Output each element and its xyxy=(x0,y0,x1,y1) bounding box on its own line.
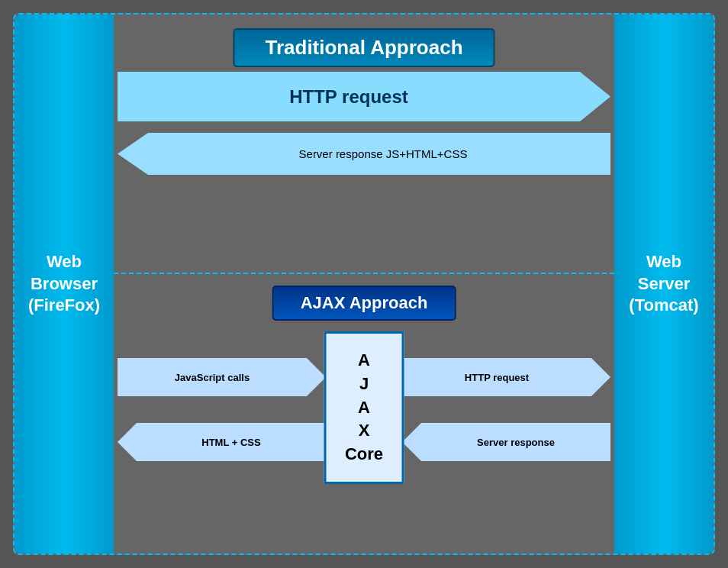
traditional-section: Traditional Approach HTTP request Server… xyxy=(114,15,614,274)
server-response-arrow: Server response JS+HTML+CSS xyxy=(118,133,610,175)
http-request-label: HTTP request xyxy=(289,86,439,108)
js-calls-label: JavaScript calls xyxy=(175,372,269,383)
middle-area: Traditional Approach HTTP request Server… xyxy=(114,15,614,553)
main-diagram: WebBrowser(FireFox) WebServer(Tomcat) Tr… xyxy=(13,13,715,555)
web-server-column: WebServer(Tomcat) xyxy=(614,15,714,553)
server-response-label: Server response JS+HTML+CSS xyxy=(261,147,468,160)
js-calls-arrow: JavaScript calls xyxy=(118,358,326,396)
ajax-label: AJAX Approach xyxy=(272,286,456,321)
http-request-arrow: HTTP request xyxy=(118,72,610,121)
traditional-label: Traditional Approach xyxy=(233,28,494,67)
server-resp-ajax-label: Server response xyxy=(458,437,555,448)
http-req-ajax-arrow: HTTP request xyxy=(402,358,610,396)
ajax-core-box: AJAXCore xyxy=(324,331,404,484)
web-browser-column: WebBrowser(FireFox) xyxy=(14,15,114,553)
ajax-section: AJAX Approach JavaScript calls HTML + CS… xyxy=(114,274,614,553)
http-req-ajax-label: HTTP request xyxy=(465,372,548,383)
server-resp-ajax-arrow: Server response xyxy=(402,423,610,461)
ajax-core-text: AJAXCore xyxy=(345,349,383,466)
html-css-label: HTML + CSS xyxy=(182,437,260,448)
web-server-label: WebServer(Tomcat) xyxy=(629,251,698,317)
html-css-arrow: HTML + CSS xyxy=(118,423,326,461)
web-browser-label: WebBrowser(FireFox) xyxy=(28,251,100,317)
